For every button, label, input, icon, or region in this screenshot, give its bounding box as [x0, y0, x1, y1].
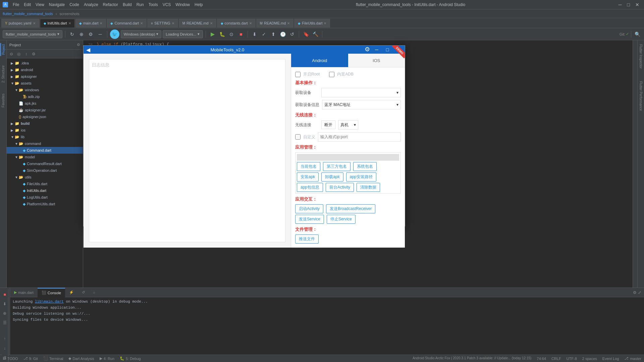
panel-scroll-btn[interactable]: ↕: [23, 51, 30, 57]
console-tab[interactable]: ⬛ Console: [38, 288, 65, 297]
tree-android[interactable]: ▶ 📁 android: [7, 66, 83, 73]
run-status[interactable]: ▶ 4: Run: [100, 356, 114, 361]
uninstall-apk-btn[interactable]: 卸载apk: [321, 172, 343, 182]
tree-command-folder[interactable]: ▼ 📂 command: [7, 140, 83, 147]
builtin-adb-checkbox[interactable]: [329, 72, 334, 77]
tree-apk-jks[interactable]: 📄 apk.jks: [7, 100, 83, 107]
tree-utils-folder[interactable]: ▼ 📂 utils: [7, 174, 83, 180]
menu-vcs[interactable]: VCS: [161, 2, 173, 8]
flutter-settings-btn[interactable]: ⚙: [365, 46, 370, 53]
flutter-performance-tab[interactable]: Flutter Performance: [638, 80, 643, 112]
flutter-android-tab[interactable]: Android: [291, 54, 348, 67]
flutter-inspector-tab[interactable]: Flutter Inspector: [638, 43, 643, 70]
menu-code[interactable]: Code: [67, 2, 81, 8]
tab-fileutils[interactable]: ◆ FileUtils.dart ✕: [294, 19, 330, 28]
run-debug-btn[interactable]: ⚡: [65, 288, 78, 297]
app-pkg-info-btn[interactable]: app包信息: [297, 183, 323, 192]
project-panel-tab[interactable]: Project: [0, 43, 6, 56]
collapse-all-btn[interactable]: ⊖: [8, 51, 15, 57]
git-history-btn[interactable]: 🕐: [279, 30, 287, 38]
bookmark-btn[interactable]: 🔖: [302, 30, 310, 38]
menu-help[interactable]: Help: [193, 2, 205, 8]
panel-settings-icon[interactable]: ⚙: [77, 43, 80, 47]
device-selector[interactable]: Loading Devices... ▾: [163, 30, 203, 38]
tab-readme1[interactable]: M README.md ✕: [179, 19, 216, 28]
favorites-panel-tab[interactable]: Favorites: [1, 92, 6, 109]
settings-toolbar-btn[interactable]: ⚙: [87, 30, 95, 38]
tab-command[interactable]: ◆ Command.dart ✕: [107, 19, 147, 28]
tree-ios[interactable]: ▶ 📁 ios: [7, 127, 83, 134]
tree-commandresult[interactable]: ◆ CommandResult.dart: [7, 160, 83, 167]
up-arrow-btn[interactable]: ↑: [1, 335, 9, 343]
vcs-branch[interactable]: ⎇ master: [624, 356, 641, 361]
menu-bar[interactable]: File Edit View Navigate Code Analyze Ref…: [11, 2, 205, 8]
maximize-button[interactable]: □: [625, 2, 632, 7]
menu-tools[interactable]: Tools: [147, 2, 160, 8]
debug-status[interactable]: 🐛 5: Debug: [120, 356, 141, 361]
tab-close-initutils[interactable]: ✕: [68, 21, 71, 25]
locate-file-btn[interactable]: ◎: [15, 51, 22, 57]
tree-apksigner-json[interactable]: {} apksigner.json: [7, 113, 83, 120]
coverage-btn[interactable]: ⊙: [227, 30, 235, 38]
tree-command-dart[interactable]: ◆ Command.dart: [7, 147, 83, 154]
charset-status[interactable]: UTF-8: [567, 356, 577, 361]
send-service-btn[interactable]: 发送Service: [295, 215, 324, 224]
send-broadcast-btn[interactable]: 发送BroadcastReceiver: [326, 204, 375, 213]
menu-refactor[interactable]: Refactor: [101, 2, 120, 8]
third-pkg-btn[interactable]: 第三方包名: [323, 162, 351, 171]
tree-model-folder[interactable]: ▼ 📂 model: [7, 154, 83, 160]
tree-build[interactable]: ▶ 📁 build: [7, 120, 83, 127]
sync-btn[interactable]: ↻: [68, 30, 76, 38]
tree-assets[interactable]: ▼ 📂 assets: [7, 80, 83, 87]
tree-lib[interactable]: ▼ 📂 lib: [7, 134, 83, 140]
app-install-path-btn[interactable]: app安装路径: [346, 172, 376, 182]
git-status-item[interactable]: ⎇ 9: Git: [23, 356, 38, 361]
editor-scrollbar[interactable]: [633, 40, 637, 288]
refresh-btn[interactable]: ⊕: [77, 30, 86, 38]
run-profiler-btn[interactable]: ○: [89, 288, 99, 297]
git-commit-btn[interactable]: ✓: [260, 30, 268, 38]
structure-panel-tab[interactable]: 2: Structure: [1, 64, 6, 84]
cursor-position[interactable]: 74:64: [537, 356, 546, 361]
bottom-settings-icon[interactable]: ⚙: [633, 290, 637, 295]
tab-initutils[interactable]: ◆ InitUtils.dart ✕: [40, 19, 75, 28]
system-pkg-btn[interactable]: 系统包名: [353, 162, 377, 171]
get-device-dropdown[interactable]: ▾: [321, 88, 401, 97]
tab-maindart[interactable]: ◆ main.dart ✕: [75, 19, 106, 28]
down-arrow-btn[interactable]: ↓: [1, 344, 9, 352]
foreground-activity-btn[interactable]: 前台Activity: [326, 183, 354, 192]
menu-window[interactable]: Window: [173, 2, 192, 8]
start-activity-btn[interactable]: 启动Activity: [295, 204, 323, 213]
tab-readme2[interactable]: M README.md ✕: [256, 19, 294, 28]
custom-ip-checkbox[interactable]: [295, 134, 301, 140]
tab-close-constants[interactable]: ✕: [249, 21, 252, 25]
app-mgmt-scrollbar[interactable]: [297, 154, 399, 161]
tab-close-command[interactable]: ✕: [140, 21, 143, 25]
tree-apksigner-jar[interactable]: ☕ apksigner.jar: [7, 107, 83, 113]
event-log-status[interactable]: Event Log: [602, 356, 619, 361]
tab-pubspec[interactable]: Y pubspec.yaml ✕: [1, 19, 39, 28]
flutter-minimize-btn[interactable]: ─: [373, 46, 381, 54]
search-everywhere-btn[interactable]: 🔍: [633, 30, 641, 38]
tab-close-pubspec[interactable]: ✕: [33, 21, 36, 25]
device-type-dropdown[interactable]: 真机 ▾: [338, 120, 358, 130]
tab-setting[interactable]: ≡ SETTING ✕: [147, 19, 178, 28]
line-ending[interactable]: CRLF: [551, 356, 561, 361]
indent-status[interactable]: 2 spaces: [582, 356, 597, 361]
tab-close-readme1[interactable]: ✕: [210, 21, 213, 25]
tree-initutils[interactable]: ◆ InitUtils.dart: [7, 187, 83, 194]
tree-simoperation[interactable]: ◆ SimOperation.dart: [7, 167, 83, 174]
menu-view[interactable]: View: [34, 2, 46, 8]
git-revert-btn[interactable]: ↺: [288, 30, 296, 38]
filter-btn[interactable]: ☰: [1, 319, 9, 327]
tree-windows[interactable]: ▼ 📂 windows: [7, 87, 83, 93]
close-button[interactable]: ✕: [633, 2, 641, 7]
tab-close-readme2[interactable]: ✕: [287, 21, 290, 25]
menu-navigate[interactable]: Navigate: [47, 2, 67, 8]
tab-close-fileutils[interactable]: ✕: [324, 21, 326, 25]
clear-data-btn[interactable]: 清除数据: [357, 183, 380, 192]
terminal-status[interactable]: ⬛ Terminal: [43, 356, 63, 361]
fold-btn[interactable]: ⊕: [1, 309, 9, 317]
ip-port-input[interactable]: [318, 132, 401, 142]
build-btn[interactable]: 🔨: [311, 30, 319, 38]
